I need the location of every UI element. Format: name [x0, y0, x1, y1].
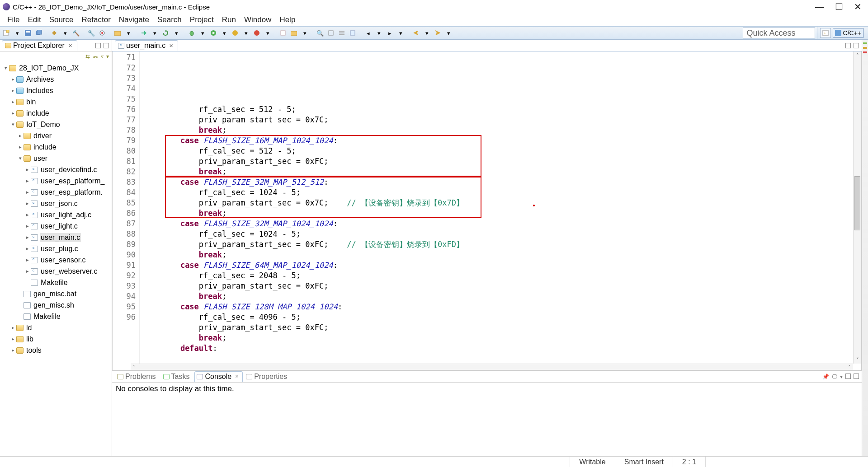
- expand-icon[interactable]: ▸: [24, 234, 31, 240]
- expand-icon[interactable]: ▸: [10, 76, 16, 82]
- tree-item[interactable]: ▸user_json.c: [2, 198, 112, 209]
- code-line[interactable]: priv_param_start_sec = 0xFC; // 【设备密钥】烧录…: [143, 239, 861, 250]
- new-folder-button[interactable]: [289, 28, 298, 37]
- outline-icon[interactable]: [337, 28, 346, 37]
- menu-search[interactable]: Search: [154, 14, 185, 25]
- horizontal-scrollbar[interactable]: ˂ ˃: [131, 364, 853, 370]
- tree-item[interactable]: ▸include: [2, 107, 112, 119]
- prev-annotation-icon[interactable]: ◂: [363, 28, 373, 37]
- nav-icon[interactable]: [348, 28, 357, 37]
- scroll-right-icon[interactable]: ˃: [846, 364, 853, 370]
- vertical-scrollbar[interactable]: ˄ ˅: [853, 51, 861, 364]
- code-line[interactable]: priv_param_start_sec = 0xFC;: [143, 156, 861, 167]
- code-line[interactable]: case FLASH_SIZE_32M_MAP_512_512:: [143, 177, 861, 187]
- code-area[interactable]: rf_cal_sec = 512 - 5; priv_param_start_s…: [140, 51, 861, 370]
- expand-icon[interactable]: ▸: [24, 189, 31, 195]
- close-icon[interactable]: ✕: [235, 374, 239, 379]
- menu-navigate[interactable]: Navigate: [115, 14, 153, 25]
- project-tree[interactable]: ▾28_IOT_Demo_JX▸Archives▸Includes▸bin▸in…: [0, 61, 112, 456]
- tree-item[interactable]: ▸user_plug.c: [2, 243, 112, 254]
- code-line[interactable]: break;: [143, 208, 861, 219]
- code-line[interactable]: break;: [143, 125, 861, 135]
- tree-item[interactable]: ▸ld: [2, 322, 112, 333]
- hammer-icon[interactable]: 🔨: [71, 28, 80, 37]
- code-line[interactable]: default:: [143, 343, 861, 354]
- back-icon[interactable]: ⮜: [411, 28, 420, 37]
- expand-icon[interactable]: ▸: [24, 246, 31, 252]
- project-explorer-tab[interactable]: Project Explorer ✕: [2, 40, 77, 51]
- new-button[interactable]: [2, 28, 11, 37]
- expand-icon[interactable]: ▸: [10, 99, 16, 105]
- display-console-icon[interactable]: 🖵: [832, 374, 837, 380]
- minimize-editor-icon[interactable]: [845, 43, 851, 48]
- code-line[interactable]: rf_cal_sec = 512 - 5;: [143, 146, 861, 156]
- tree-item[interactable]: ▸user_light.c: [2, 220, 112, 232]
- tree-item[interactable]: ▸Includes: [2, 85, 112, 96]
- run-button[interactable]: [209, 28, 218, 37]
- dropdown-icon[interactable]: ▾: [220, 28, 229, 37]
- menu-project[interactable]: Project: [186, 14, 217, 25]
- menu-refactor[interactable]: Refactor: [78, 14, 114, 25]
- dropdown-icon[interactable]: ▾: [300, 28, 309, 37]
- code-line[interactable]: rf_cal_sec = 4096 - 5;: [143, 312, 861, 322]
- tree-item[interactable]: ▾28_IOT_Demo_JX: [2, 62, 112, 74]
- tree-item[interactable]: ▸user_esp_platform_: [2, 175, 112, 187]
- step-button[interactable]: [139, 28, 148, 37]
- dropdown-icon[interactable]: ▾: [840, 374, 843, 380]
- tree-item[interactable]: Makefile: [2, 311, 112, 322]
- code-line[interactable]: rf_cal_sec = 1024 - 5;: [143, 187, 861, 198]
- expand-icon[interactable]: ▸: [24, 223, 31, 229]
- scrollbar-thumb[interactable]: [854, 176, 860, 230]
- dropdown-icon[interactable]: ▾: [13, 28, 22, 37]
- maximize-button[interactable]: ☐: [835, 3, 843, 11]
- code-line[interactable]: priv_param_start_sec = 0x7C; // 【设备密钥】烧录…: [143, 198, 861, 208]
- collapse-icon[interactable]: ▾: [10, 121, 16, 127]
- code-line[interactable]: priv_param_start_sec = 0x7C;: [143, 115, 861, 125]
- code-editor[interactable]: 7172737475767778798081828384858687888990…: [112, 51, 862, 370]
- code-line[interactable]: case FLASH_SIZE_16M_MAP_1024_1024:: [143, 135, 861, 146]
- editor-tab-user-main[interactable]: user_main.c ✕: [115, 40, 178, 51]
- tab-problems[interactable]: Problems: [115, 371, 160, 382]
- close-icon[interactable]: ✕: [169, 43, 173, 49]
- expand-icon[interactable]: ▸: [24, 201, 31, 206]
- expand-icon[interactable]: ▸: [24, 212, 31, 218]
- expand-icon[interactable]: ▸: [10, 110, 16, 116]
- save-button[interactable]: [24, 28, 33, 37]
- code-line[interactable]: rf_cal_sec = 1024 - 5;: [143, 229, 861, 239]
- dropdown-icon[interactable]: ▾: [172, 28, 181, 37]
- dropdown-icon[interactable]: ▾: [374, 28, 383, 37]
- code-line[interactable]: break;: [143, 250, 861, 260]
- pin-console-icon[interactable]: 📌: [822, 374, 829, 380]
- search-icon[interactable]: 🔍: [316, 28, 325, 37]
- forward-icon[interactable]: ⮞: [433, 28, 442, 37]
- menu-file[interactable]: File: [4, 14, 23, 25]
- code-line[interactable]: break;: [143, 167, 861, 177]
- menu-edit[interactable]: Edit: [24, 14, 44, 25]
- dropdown-icon[interactable]: ▾: [61, 28, 70, 37]
- scroll-up-icon[interactable]: ˄: [854, 51, 861, 60]
- expand-icon[interactable]: ▸: [17, 133, 24, 139]
- expand-icon[interactable]: ▸: [24, 178, 31, 184]
- next-annotation-icon[interactable]: ▸: [385, 28, 394, 37]
- tree-item[interactable]: ▸user_webserver.c: [2, 266, 112, 277]
- dropdown-icon[interactable]: ▾: [422, 28, 431, 37]
- close-button[interactable]: ✕: [854, 3, 862, 11]
- code-line[interactable]: break;: [143, 291, 861, 302]
- close-icon[interactable]: ✕: [68, 43, 72, 49]
- expand-icon[interactable]: ▸: [10, 325, 16, 331]
- tree-item[interactable]: ▾IoT_Demo: [2, 119, 112, 130]
- quick-access-field[interactable]: Quick Access: [743, 28, 815, 38]
- save-all-button[interactable]: [34, 28, 43, 37]
- minimize-view-icon[interactable]: [845, 374, 851, 379]
- expand-icon[interactable]: ▸: [10, 336, 16, 342]
- menu-help[interactable]: Help: [276, 14, 299, 25]
- tab-properties[interactable]: Properties: [244, 371, 291, 382]
- maximize-view-icon[interactable]: [854, 374, 859, 379]
- link-editor-icon[interactable]: ⫘: [93, 53, 98, 60]
- dropdown-icon[interactable]: ▾: [444, 28, 453, 37]
- wrench-icon[interactable]: 🔧: [87, 28, 96, 37]
- collapse-icon[interactable]: ▾: [17, 155, 24, 161]
- menu-window[interactable]: Window: [241, 14, 275, 25]
- code-line[interactable]: priv_param_start_sec = 0xFC;: [143, 281, 861, 291]
- dropdown-icon[interactable]: ▾: [150, 28, 159, 37]
